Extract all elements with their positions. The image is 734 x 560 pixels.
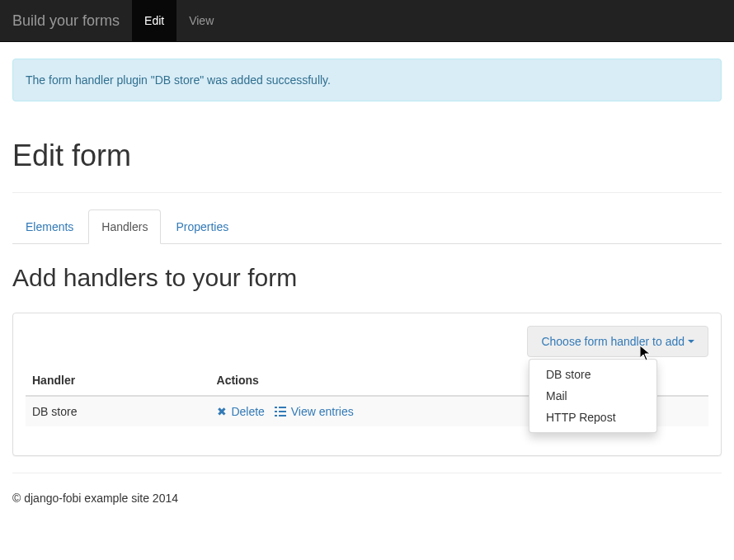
footer-divider [12,473,722,473]
nav-item-view[interactable]: View [176,0,226,41]
caret-down-icon [688,340,694,343]
tab-elements[interactable]: Elements [12,209,88,244]
handlers-panel: Choose form handler to add DB store Mail… [12,313,722,456]
footer-text: © django-fobi example site 2014 [12,490,722,506]
dropdown-option-mail[interactable]: Mail [529,385,656,407]
tab-elements-link[interactable]: Elements [12,209,87,244]
view-entries-link[interactable]: View entries [275,405,354,418]
list-icon [275,403,286,420]
tab-properties[interactable]: Properties [162,209,243,244]
delete-link[interactable]: ✖ Delete [217,405,268,418]
view-entries-label: View entries [291,405,354,418]
svg-rect-5 [279,415,286,416]
svg-rect-1 [279,407,286,408]
nav-item-edit[interactable]: Edit [132,0,176,41]
delete-label: Delete [231,405,264,418]
navbar: Build your forms Edit View [0,0,734,42]
cell-handler-name: DB store [26,396,210,426]
th-handler: Handler [26,365,210,396]
alert-message: The form handler plugin "DB store" was a… [26,73,331,87]
svg-rect-2 [275,411,277,412]
page-title: Edit form [12,134,722,176]
dropdown-option-http-repost[interactable]: HTTP Repost [529,407,656,428]
tab-handlers[interactable]: Handlers [88,209,162,244]
section-title: Add handlers to your form [12,261,722,296]
tab-properties-link[interactable]: Properties [162,209,242,244]
nav-tabs: Elements Handlers Properties [12,209,722,244]
dropdown-option-db-store[interactable]: DB store [529,364,656,385]
choose-handler-button[interactable]: Choose form handler to add [527,326,708,357]
svg-rect-3 [279,411,286,412]
choose-handler-label: Choose form handler to add [541,335,685,348]
navbar-brand[interactable]: Build your forms [0,0,132,41]
handler-dropdown-menu: DB store Mail HTTP Repost [529,359,657,433]
svg-rect-0 [275,407,277,408]
tab-handlers-link[interactable]: Handlers [88,209,161,244]
delete-icon: ✖ [217,403,227,420]
svg-rect-4 [275,415,277,416]
alert-success: The form handler plugin "DB store" was a… [12,59,722,101]
